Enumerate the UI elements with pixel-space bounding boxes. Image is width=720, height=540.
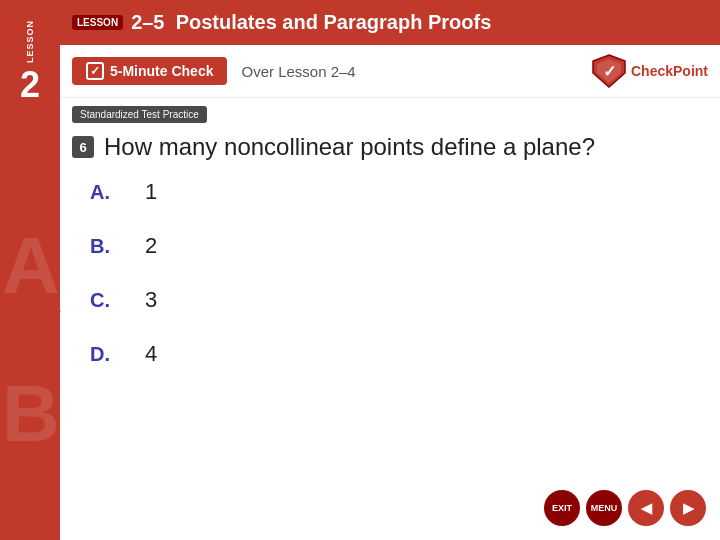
- question-row: 6 How many noncollinear points define a …: [72, 133, 708, 161]
- checkpoint-shield-icon: ✓: [591, 53, 627, 89]
- answer-letter-c: C.: [90, 289, 145, 312]
- std-test-tag: Standardized Test Practice: [72, 106, 207, 123]
- lesson-label: LESSON 2: [0, 0, 60, 540]
- answer-value-a: 1: [145, 179, 157, 205]
- answers-container: A. 1 B. 2 C. 3 D. 4: [60, 161, 720, 385]
- checkpoint-logo: ✓ CheckPoint: [591, 53, 708, 89]
- menu-button[interactable]: MENU: [586, 490, 622, 526]
- answer-value-d: 4: [145, 341, 157, 367]
- next-button[interactable]: ▶: [670, 490, 706, 526]
- question-text: How many noncollinear points define a pl…: [104, 133, 595, 161]
- lesson-title-text: Postulates and Paragraph Proofs: [176, 11, 492, 33]
- exit-button[interactable]: EXIT: [544, 490, 580, 526]
- answer-value-c: 3: [145, 287, 157, 313]
- answer-row-c[interactable]: C. 3: [90, 287, 690, 313]
- answer-row-d[interactable]: D. 4: [90, 341, 690, 367]
- bottom-nav: EXIT MENU ◀ ▶: [544, 490, 706, 526]
- checkpoint-text: CheckPoint: [631, 63, 708, 79]
- five-min-bar: ✓ 5-Minute Check Over Lesson 2–4 ✓ Check…: [60, 45, 720, 98]
- answer-letter-d: D.: [90, 343, 145, 366]
- main-content: LESSON 2–5 Postulates and Paragraph Proo…: [60, 0, 720, 540]
- top-header: LESSON 2–5 Postulates and Paragraph Proo…: [60, 0, 720, 45]
- answer-letter-b: B.: [90, 235, 145, 258]
- arrow-head: [45, 300, 61, 322]
- five-min-badge: ✓ 5-Minute Check: [72, 57, 227, 85]
- prev-button[interactable]: ◀: [628, 490, 664, 526]
- lesson-badge: LESSON: [72, 15, 123, 30]
- check-icon: ✓: [86, 62, 104, 80]
- std-test-tag-container: Standardized Test Practice: [60, 98, 720, 127]
- answer-letter-a: A.: [90, 181, 145, 204]
- left-stripe: LESSON 2 A B: [0, 0, 60, 540]
- lesson-word: LESSON: [25, 20, 35, 63]
- header-title: 2–5 Postulates and Paragraph Proofs: [131, 11, 491, 34]
- question-number: 6: [72, 136, 94, 158]
- five-min-label: 5-Minute Check: [110, 63, 213, 79]
- answer-row-b[interactable]: B. 2: [90, 233, 690, 259]
- over-lesson-text: Over Lesson 2–4: [241, 63, 355, 80]
- answer-value-b: 2: [145, 233, 157, 259]
- lesson-number-big: 2: [20, 67, 40, 103]
- lesson-num: 2–5: [131, 11, 164, 33]
- question-section: 6 How many noncollinear points define a …: [60, 127, 720, 161]
- svg-text:✓: ✓: [602, 63, 615, 80]
- answer-row-a[interactable]: A. 1: [90, 179, 690, 205]
- lesson-badge-text: LESSON: [77, 17, 118, 28]
